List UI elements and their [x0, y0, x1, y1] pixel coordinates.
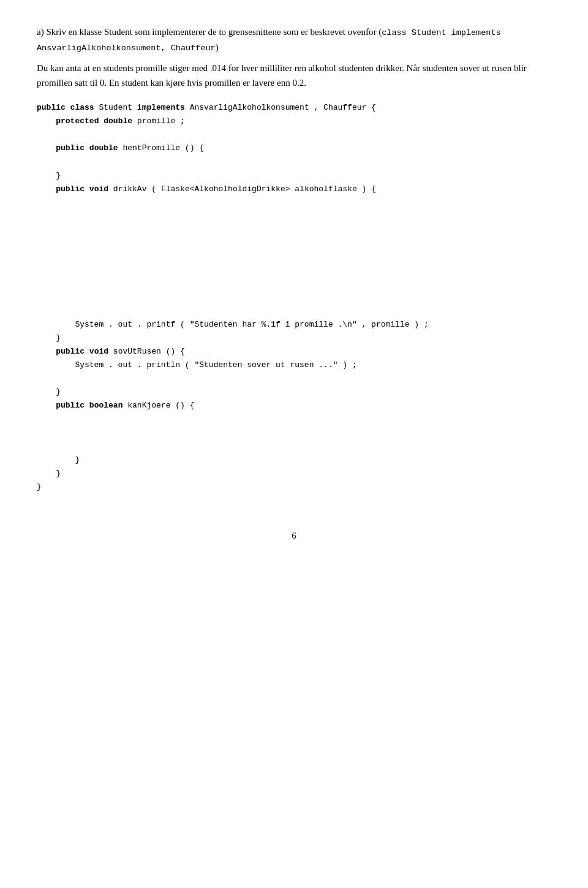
- code-line-22: }: [37, 387, 61, 397]
- code-line-2: protected double promille ;: [37, 116, 185, 126]
- code-line-20: System . out . println ( "Studenten sove…: [37, 360, 357, 370]
- page-number: 6: [37, 531, 551, 541]
- page-content: a) Skriv en klasse Student som implement…: [37, 25, 551, 541]
- code-line-23: public boolean kanKjoere () {: [37, 401, 194, 410]
- code-line-4: public double hentPromille () {: [37, 143, 204, 153]
- code-line-29: }: [37, 482, 42, 491]
- inline-code-class: class Student implements AnsvarligAlkoho…: [37, 28, 501, 53]
- question-a-detail: Du kan anta at en students promille stig…: [37, 61, 551, 90]
- code-line-27: }: [37, 455, 80, 465]
- code-line-17: System . out . printf ( "Studenten har %…: [37, 320, 429, 329]
- code-line-1: public class Student implements Ansvarli…: [37, 103, 376, 112]
- question-a-text: a) Skriv en klasse Student som implement…: [37, 25, 551, 90]
- code-line-7: public void drikkAv ( Flaske<Alkoholhold…: [37, 184, 376, 194]
- question-a-intro: a) Skriv en klasse Student som implement…: [37, 25, 551, 55]
- code-line-19: public void sovUtRusen () {: [37, 347, 185, 356]
- code-block: public class Student implements Ansvarli…: [37, 101, 551, 494]
- code-line-18: }: [37, 333, 61, 343]
- code-line-28: }: [37, 469, 61, 478]
- code-line-6: }: [37, 171, 61, 180]
